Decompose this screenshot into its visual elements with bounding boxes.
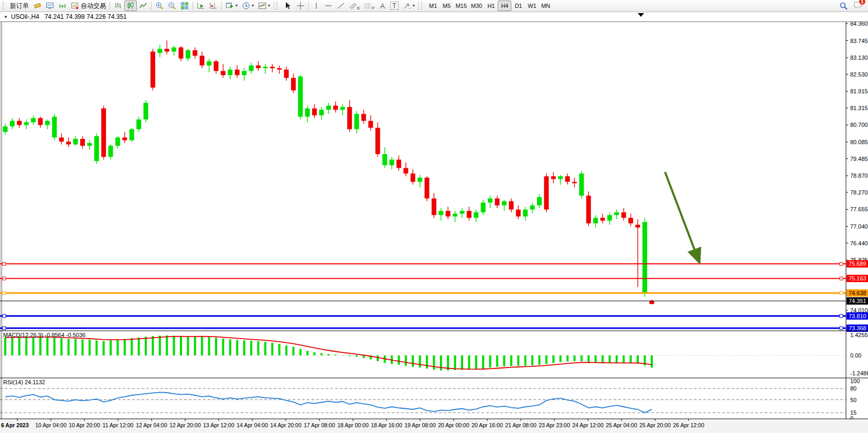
signal-button[interactable]	[56, 1, 69, 11]
svg-text:79.485: 79.485	[850, 156, 868, 162]
svg-text:20 Apr 00:00: 20 Apr 00:00	[438, 422, 469, 428]
auto-trading-label: 自动交易	[81, 2, 106, 10]
indicators-button[interactable]: ▾	[256, 1, 272, 11]
svg-text:80: 80	[850, 385, 856, 392]
macd-panel: 1.42550.00-1.2486	[0, 331, 868, 376]
text-tool-button[interactable]: A	[377, 1, 388, 11]
line-chart-icon	[139, 2, 147, 10]
price-axis: 84.36083.74583.13082.53081.91581.31580.7…	[846, 20, 868, 313]
notification-badge: 1	[859, 0, 865, 5]
svg-text:50: 50	[850, 397, 856, 403]
toolbar: 新订单 自动交易	[0, 0, 868, 12]
svg-text:10 Apr 20:00: 10 Apr 20:00	[69, 422, 100, 428]
zoom-out-button[interactable]	[166, 1, 178, 11]
timeframe-mn-button[interactable]: MN	[539, 1, 552, 11]
svg-text:18 Apr 16:00: 18 Apr 16:00	[371, 422, 402, 428]
svg-text:10 Apr 04:00: 10 Apr 04:00	[35, 422, 67, 428]
svg-text:25 Apr 04:00: 25 Apr 04:00	[606, 422, 637, 428]
tile-windows-button[interactable]	[178, 1, 191, 11]
fibonacci-tool-button[interactable]: F	[362, 1, 377, 11]
timeframe-m15-button[interactable]: M15	[454, 1, 469, 11]
ticket-icon	[33, 2, 41, 10]
svg-text:-1.2486: -1.2486	[850, 370, 868, 376]
svg-text:74.351: 74.351	[849, 298, 866, 304]
candlestick-chart-button[interactable]	[124, 1, 137, 11]
svg-text:21 Apr 08:00: 21 Apr 08:00	[505, 422, 537, 428]
svg-text:83.130: 83.130	[850, 55, 868, 61]
chart-canvas[interactable]: 84.36083.74583.13082.53081.91581.31580.7…	[0, 12, 868, 433]
search-button[interactable]	[837, 1, 850, 11]
svg-text:25 Apr 20:00: 25 Apr 20:00	[639, 422, 671, 428]
timeframe-h4-button[interactable]: H4	[498, 1, 511, 11]
new-chart-button[interactable]: ▾	[223, 1, 240, 11]
trend-arrow	[665, 172, 698, 259]
timeframe-d1-button[interactable]: D1	[511, 1, 525, 11]
trendline-tool-button[interactable]	[335, 1, 347, 11]
svg-text:18 Apr 00:00: 18 Apr 00:00	[337, 422, 369, 428]
monitor-icon	[46, 2, 54, 10]
svg-text:6 Apr 2023: 6 Apr 2023	[1, 422, 29, 428]
terminal-button[interactable]	[44, 1, 56, 11]
symbol-period-label: USOil-,H4	[11, 13, 39, 20]
crosshair-button[interactable]	[294, 1, 307, 11]
new-chart-icon	[226, 2, 234, 10]
auto-scroll-icon	[197, 2, 205, 10]
svg-text:14 Apr 04:00: 14 Apr 04:00	[237, 422, 268, 428]
timeframe-w1-button[interactable]: W1	[525, 1, 539, 11]
macd-label: MACD(12,26,9) -0.8564 -0.5036	[3, 332, 85, 338]
crosshair-icon	[296, 2, 305, 10]
chart-title-bar[interactable]: ▼ USOil-,H4 74.241 74.398 74.226 74.351	[0, 12, 868, 22]
bar-chart-button[interactable]	[112, 1, 124, 11]
channel-tool-button[interactable]: E	[347, 1, 362, 11]
auto-trading-icon	[71, 2, 79, 10]
new-order-button[interactable]: 新订单	[8, 1, 31, 11]
notifications-button[interactable]: 1	[853, 1, 863, 12]
clock-dropdown-caret: ▾	[252, 4, 254, 8]
clock-button[interactable]: ▾	[240, 1, 256, 11]
zoom-in-button[interactable]	[153, 1, 166, 11]
indicators-icon	[258, 2, 266, 10]
vertical-line-tool-button[interactable]	[310, 1, 322, 11]
ohlc-values: 74.241 74.398 74.226 74.351	[45, 13, 127, 20]
svg-text:82.530: 82.530	[850, 71, 868, 78]
window-left-edge	[0, 12, 2, 433]
svg-text:23 Apr 23:00: 23 Apr 23:00	[539, 422, 570, 428]
toolbar-drag-handle[interactable]	[421, 2, 425, 10]
toolbar-drag-handle[interactable]	[276, 2, 280, 10]
rsi-panel: 1008050150	[0, 378, 868, 421]
mt4-window: 新订单 自动交易	[0, 0, 868, 433]
bar-chart-icon	[114, 2, 122, 10]
svg-text:80.085: 80.085	[850, 139, 868, 145]
ticket-button[interactable]	[31, 1, 44, 11]
channel-letter: E	[357, 6, 360, 10]
arrows-tool-button[interactable]: ▾	[401, 1, 417, 11]
timeframe-m30-button[interactable]: M30	[469, 1, 484, 11]
line-chart-button[interactable]	[137, 1, 149, 11]
timeframe-m5-button[interactable]: M5	[440, 1, 454, 11]
svg-text:75.163: 75.163	[849, 275, 866, 282]
auto-trading-button[interactable]: 自动交易	[69, 1, 108, 11]
svg-text:0.00: 0.00	[850, 352, 861, 359]
tile-windows-icon	[180, 2, 189, 10]
svg-text:24 Apr 12:00: 24 Apr 12:00	[572, 422, 604, 428]
svg-text:12 Apr 20:00: 12 Apr 20:00	[169, 422, 201, 428]
svg-text:77.655: 77.655	[850, 206, 868, 212]
svg-text:74.638: 74.638	[849, 290, 866, 296]
svg-text:78.870: 78.870	[850, 172, 868, 179]
svg-text:76.440: 76.440	[850, 240, 868, 246]
toolbar-drag-handle[interactable]	[3, 2, 6, 10]
timeframe-h1-button[interactable]: H1	[484, 1, 498, 11]
text-tool-letter: A	[380, 2, 385, 10]
chart-shift-button[interactable]	[207, 1, 220, 11]
chart-shift-icon	[209, 2, 218, 10]
chart-shift-marker-icon[interactable]	[638, 13, 644, 17]
svg-text:1.4255: 1.4255	[850, 332, 868, 338]
fibonacci-icon	[364, 2, 371, 10]
text-label-tool-button[interactable]: T	[388, 1, 400, 11]
horizontal-line-tool-button[interactable]	[322, 1, 335, 11]
fibonacci-letter: F	[372, 6, 374, 10]
svg-text:83.745: 83.745	[850, 38, 868, 44]
cursor-button[interactable]	[282, 1, 294, 11]
timeframe-m1-button[interactable]: M1	[426, 1, 440, 11]
auto-scroll-button[interactable]	[195, 1, 207, 11]
